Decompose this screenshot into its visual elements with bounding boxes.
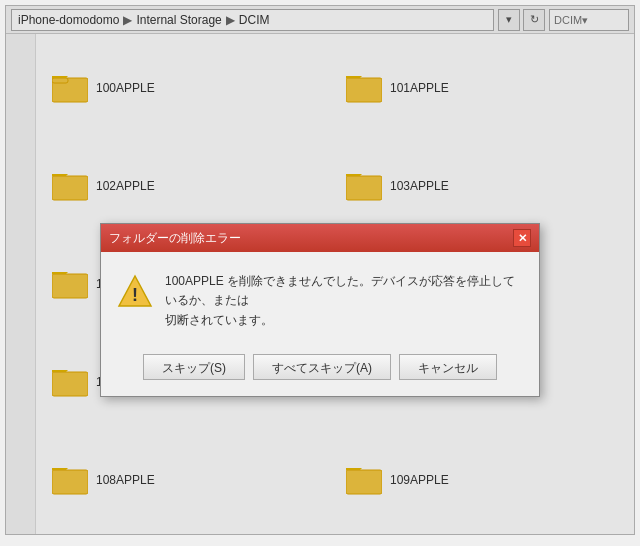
dialog-title: フォルダーの削除エラー [109, 230, 241, 247]
dialog-body: ! 100APPLE を削除できませんでした。デバイスが応答を停止しているか、ま… [101, 252, 539, 346]
explorer-window: iPhone-domodomo ▶ Internal Storage ▶ DCI… [5, 5, 635, 535]
dialog-message: 100APPLE を削除できませんでした。デバイスが応答を停止しているか、または… [165, 272, 523, 330]
warning-icon: ! [117, 274, 153, 310]
dialog-buttons: スキップ(S) すべてスキップ(A) キャンセル [101, 346, 539, 396]
dialog-close-button[interactable]: ✕ [513, 229, 531, 247]
dialog-overlay: フォルダーの削除エラー ✕ ! 100APPLE を削除できませんでした。デバイ… [6, 6, 634, 534]
cancel-button[interactable]: キャンセル [399, 354, 497, 380]
dialog-title-bar: フォルダーの削除エラー ✕ [101, 224, 539, 252]
skip-button[interactable]: スキップ(S) [143, 354, 245, 380]
error-dialog: フォルダーの削除エラー ✕ ! 100APPLE を削除できませんでした。デバイ… [100, 223, 540, 397]
skip-all-button[interactable]: すべてスキップ(A) [253, 354, 391, 380]
svg-text:!: ! [132, 285, 138, 305]
